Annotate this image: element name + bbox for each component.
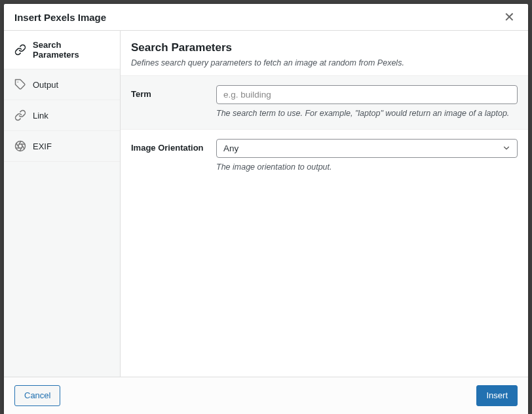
close-icon: ✕ bbox=[504, 10, 515, 24]
field-body-orientation: Any The image orientation to output. bbox=[216, 139, 518, 174]
sidebar-item-label: Search Parameters bbox=[33, 40, 109, 60]
field-label-orientation: Image Orientation bbox=[131, 139, 216, 174]
sidebar-item-exif[interactable]: EXIF bbox=[4, 131, 120, 162]
modal: Insert Pexels Image ✕ Search Parameters bbox=[4, 4, 528, 414]
tag-icon bbox=[14, 79, 26, 90]
modal-body: Search Parameters Output Link bbox=[4, 31, 528, 377]
field-row-orientation: Image Orientation Any The image orientat… bbox=[121, 129, 528, 183]
field-help-term: The search term to use. For example, "la… bbox=[216, 108, 518, 120]
aperture-icon bbox=[14, 140, 26, 152]
sidebar-item-label: Output bbox=[33, 80, 58, 90]
panel-description: Defines search query parameters to fetch… bbox=[131, 58, 518, 67]
link-icon bbox=[14, 44, 26, 56]
cancel-button[interactable]: Cancel bbox=[14, 385, 60, 406]
orientation-select[interactable]: Any bbox=[216, 139, 518, 158]
term-input[interactable] bbox=[216, 85, 518, 104]
field-row-term: Term The search term to use. For example… bbox=[121, 75, 528, 129]
sidebar-item-search-parameters[interactable]: Search Parameters bbox=[4, 31, 120, 69]
insert-button[interactable]: Insert bbox=[476, 385, 518, 406]
modal-header: Insert Pexels Image ✕ bbox=[4, 4, 528, 31]
field-body-term: The search term to use. For example, "la… bbox=[216, 85, 518, 120]
panel-title: Search Parameters bbox=[131, 41, 518, 54]
field-help-orientation: The image orientation to output. bbox=[216, 162, 518, 174]
field-label-term: Term bbox=[131, 85, 216, 120]
panel: Search Parameters Defines search query p… bbox=[121, 31, 528, 377]
sidebar-item-label: Link bbox=[33, 111, 48, 121]
orientation-select-wrap: Any bbox=[216, 139, 518, 158]
close-button[interactable]: ✕ bbox=[501, 10, 518, 24]
sidebar-item-output[interactable]: Output bbox=[4, 69, 120, 100]
sidebar: Search Parameters Output Link bbox=[4, 31, 121, 377]
modal-footer: Cancel Insert bbox=[4, 377, 528, 414]
modal-title: Insert Pexels Image bbox=[14, 12, 106, 23]
sidebar-item-link[interactable]: Link bbox=[4, 100, 120, 131]
modal-backdrop: Insert Pexels Image ✕ Search Parameters bbox=[0, 0, 532, 414]
link-icon bbox=[14, 109, 26, 121]
sidebar-item-label: EXIF bbox=[33, 141, 52, 151]
panel-header: Search Parameters Defines search query p… bbox=[121, 31, 528, 75]
